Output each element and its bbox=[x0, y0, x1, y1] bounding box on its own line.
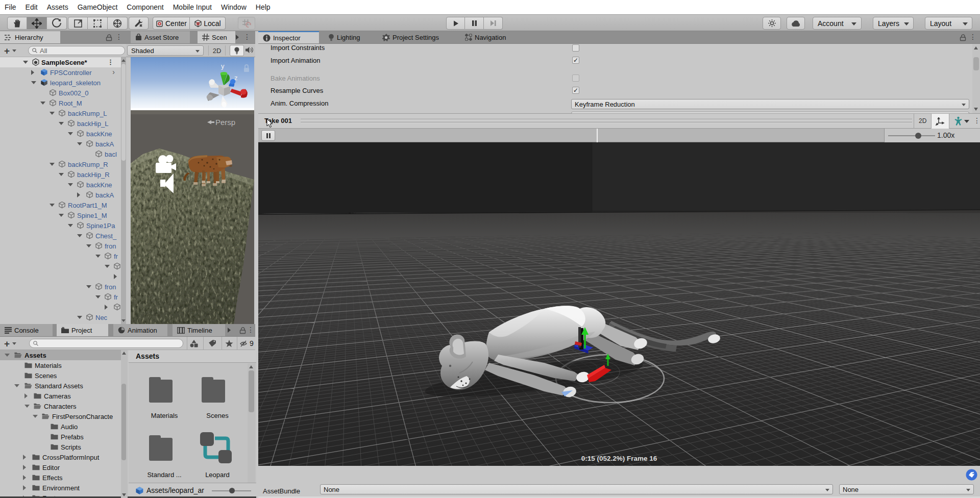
svg-text:0:15 (052.2%) Frame 16: 0:15 (052.2%) Frame 16 bbox=[581, 455, 657, 462]
svg-text:Persp: Persp bbox=[215, 118, 235, 127]
svg-text:y: y bbox=[221, 62, 225, 70]
